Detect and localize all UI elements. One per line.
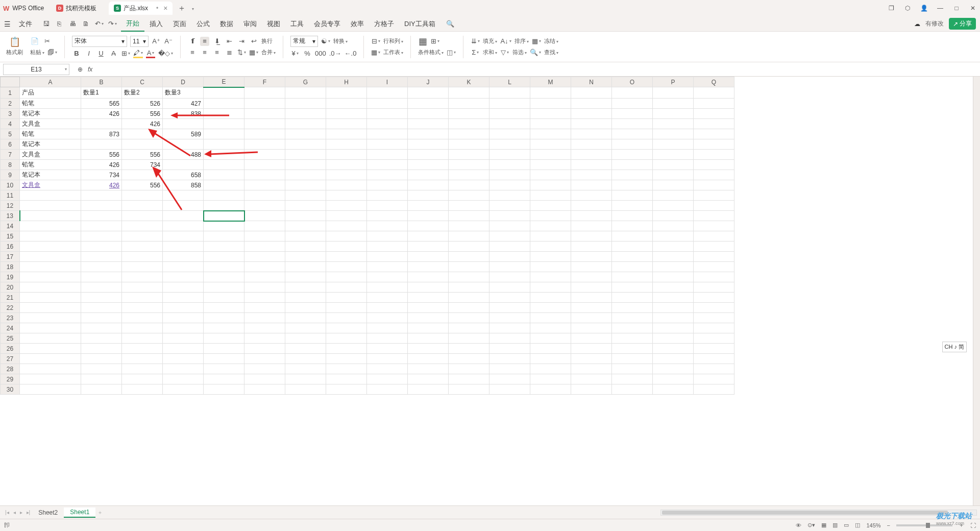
- row-header-11[interactable]: 11: [1, 190, 20, 201]
- cell-C24[interactable]: [122, 323, 163, 333]
- cell-H6[interactable]: [326, 139, 367, 150]
- cell-L19[interactable]: [489, 272, 530, 282]
- cell-M17[interactable]: [530, 252, 571, 262]
- cell-C15[interactable]: [122, 231, 163, 242]
- cell-F14[interactable]: [244, 221, 285, 231]
- redo-icon[interactable]: ↷: [108, 19, 117, 29]
- cell-O14[interactable]: [612, 221, 653, 231]
- cell-P19[interactable]: [653, 272, 694, 282]
- cell-P10[interactable]: [653, 180, 694, 190]
- cell-H1[interactable]: [326, 87, 367, 99]
- align-middle-icon[interactable]: ≡: [200, 37, 209, 46]
- cell-B14[interactable]: [81, 221, 122, 231]
- cell-O23[interactable]: [612, 313, 653, 323]
- cell-B17[interactable]: [81, 252, 122, 262]
- cell-J25[interactable]: [408, 333, 449, 344]
- cell-D22[interactable]: [163, 303, 204, 313]
- cell-F26[interactable]: [244, 344, 285, 354]
- menu-view[interactable]: 视图: [262, 16, 285, 32]
- cell-E9[interactable]: [204, 170, 244, 180]
- cell-M26[interactable]: [530, 344, 571, 354]
- cell-G22[interactable]: [285, 303, 326, 313]
- cell-F9[interactable]: [244, 170, 285, 180]
- cell-Q6[interactable]: [694, 139, 734, 150]
- cell-H22[interactable]: [326, 303, 367, 313]
- cell-G25[interactable]: [285, 333, 326, 344]
- cell-F15[interactable]: [244, 231, 285, 242]
- cell-F1[interactable]: [244, 87, 285, 99]
- cell-Q30[interactable]: [694, 384, 734, 395]
- cell-P27[interactable]: [653, 354, 694, 364]
- cell-O6[interactable]: [612, 139, 653, 150]
- select-all-corner[interactable]: [1, 77, 20, 87]
- cell-F28[interactable]: [244, 364, 285, 374]
- row-header-10[interactable]: 10: [1, 180, 20, 190]
- cell-E12[interactable]: [204, 201, 244, 211]
- orientation-icon[interactable]: ⇅: [237, 48, 246, 57]
- cell-H25[interactable]: [326, 333, 367, 344]
- export-icon[interactable]: ⎘: [55, 19, 64, 29]
- cell-I26[interactable]: [367, 344, 408, 354]
- cell-A27[interactable]: [20, 354, 81, 364]
- row-header-4[interactable]: 4: [1, 119, 20, 129]
- file-menu[interactable]: 文件: [14, 16, 37, 32]
- cell-N18[interactable]: [571, 262, 612, 272]
- cell-O5[interactable]: [612, 129, 653, 139]
- align-right-icon[interactable]: ≡: [212, 48, 222, 57]
- cell-O12[interactable]: [612, 201, 653, 211]
- cell-I5[interactable]: [367, 129, 408, 139]
- minimize-icon[interactable]: —: [936, 4, 944, 12]
- cell-D26[interactable]: [163, 344, 204, 354]
- row-header-22[interactable]: 22: [1, 303, 20, 313]
- horizontal-scrollbar[interactable]: [660, 510, 977, 516]
- cell-G11[interactable]: [285, 190, 326, 201]
- cell-A10[interactable]: 文具盒: [20, 180, 81, 190]
- cell-G17[interactable]: [285, 252, 326, 262]
- cell-A5[interactable]: 铅笔: [20, 129, 81, 139]
- cell-H5[interactable]: [326, 129, 367, 139]
- cell-J29[interactable]: [408, 374, 449, 384]
- cell-E13[interactable]: [204, 211, 244, 221]
- cell-K26[interactable]: [449, 344, 489, 354]
- cell-L24[interactable]: [489, 323, 530, 333]
- cell-Q15[interactable]: [694, 231, 734, 242]
- cell-N26[interactable]: [571, 344, 612, 354]
- cell-E29[interactable]: [204, 374, 244, 384]
- cell-N7[interactable]: [571, 150, 612, 160]
- cell-H7[interactable]: [326, 150, 367, 160]
- cell-K8[interactable]: [449, 160, 489, 170]
- cell-N8[interactable]: [571, 160, 612, 170]
- cell-I3[interactable]: [367, 109, 408, 119]
- paste-icon[interactable]: 📄: [30, 37, 39, 46]
- cell-J7[interactable]: [408, 150, 449, 160]
- row-header-14[interactable]: 14: [1, 221, 20, 231]
- cell-D14[interactable]: [163, 221, 204, 231]
- cell-Q5[interactable]: [694, 129, 734, 139]
- cell-K27[interactable]: [449, 354, 489, 364]
- cell-O3[interactable]: [612, 109, 653, 119]
- font-size-select[interactable]: 11▾: [130, 36, 149, 47]
- cell-O13[interactable]: [612, 211, 653, 221]
- cell-P14[interactable]: [653, 221, 694, 231]
- cell-B24[interactable]: [81, 323, 122, 333]
- cell-A19[interactable]: [20, 272, 81, 282]
- cell-E11[interactable]: [204, 190, 244, 201]
- cell-F13[interactable]: [244, 211, 285, 221]
- cell-F18[interactable]: [244, 262, 285, 272]
- cell-P7[interactable]: [653, 150, 694, 160]
- row-header-12[interactable]: 12: [1, 201, 20, 211]
- cell-B11[interactable]: [81, 190, 122, 201]
- cell-P17[interactable]: [653, 252, 694, 262]
- row-header-16[interactable]: 16: [1, 242, 20, 252]
- italic-icon[interactable]: I: [84, 49, 93, 58]
- cell-N6[interactable]: [571, 139, 612, 150]
- cell-A2[interactable]: 铅笔: [20, 99, 81, 109]
- row-header-28[interactable]: 28: [1, 364, 20, 374]
- merge-icon[interactable]: ▦: [249, 48, 258, 57]
- cell-K23[interactable]: [449, 313, 489, 323]
- cell-L5[interactable]: [489, 129, 530, 139]
- cell-M12[interactable]: [530, 201, 571, 211]
- cell-L1[interactable]: [489, 87, 530, 99]
- row-header-8[interactable]: 8: [1, 160, 20, 170]
- cell-A13[interactable]: [20, 211, 81, 221]
